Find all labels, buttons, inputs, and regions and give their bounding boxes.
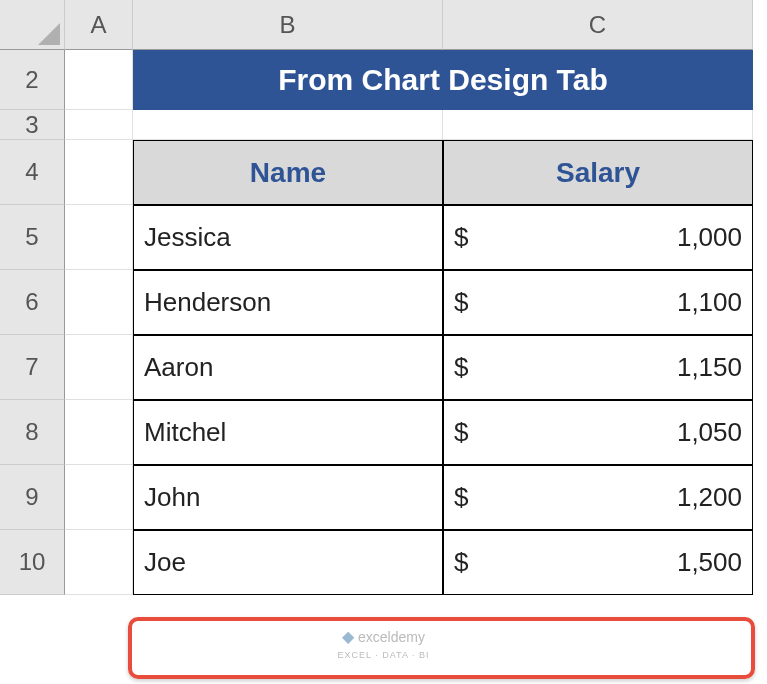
- cell-a5[interactable]: [65, 205, 133, 270]
- cell-a9[interactable]: [65, 465, 133, 530]
- cell-a4[interactable]: [65, 140, 133, 205]
- salary-value: 1,050: [677, 417, 742, 448]
- cell-a10[interactable]: [65, 530, 133, 595]
- salary-value: 1,200: [677, 482, 742, 513]
- col-header-a[interactable]: A: [65, 0, 133, 50]
- cell-a7[interactable]: [65, 335, 133, 400]
- table-header-name[interactable]: Name: [133, 140, 443, 205]
- currency-symbol: $: [454, 547, 468, 578]
- cell-salary-2[interactable]: $ 1,150: [443, 335, 753, 400]
- table-header-salary[interactable]: Salary: [443, 140, 753, 205]
- cell-salary-0[interactable]: $ 1,000: [443, 205, 753, 270]
- cell-salary-3[interactable]: $ 1,050: [443, 400, 753, 465]
- row-header-6[interactable]: 6: [0, 270, 65, 335]
- currency-symbol: $: [454, 222, 468, 253]
- row-header-5[interactable]: 5: [0, 205, 65, 270]
- cell-a2[interactable]: [65, 50, 133, 110]
- currency-symbol: $: [454, 287, 468, 318]
- cell-name-5[interactable]: Joe: [133, 530, 443, 595]
- row-header-9[interactable]: 9: [0, 465, 65, 530]
- salary-value: 1,500: [677, 547, 742, 578]
- cell-name-3[interactable]: Mitchel: [133, 400, 443, 465]
- cell-salary-4[interactable]: $ 1,200: [443, 465, 753, 530]
- cell-name-1[interactable]: Henderson: [133, 270, 443, 335]
- cell-name-2[interactable]: Aaron: [133, 335, 443, 400]
- col-header-c[interactable]: C: [443, 0, 753, 50]
- salary-value: 1,100: [677, 287, 742, 318]
- cell-name-4[interactable]: John: [133, 465, 443, 530]
- currency-symbol: $: [454, 482, 468, 513]
- cell-a8[interactable]: [65, 400, 133, 465]
- spreadsheet-grid: A B C 2 From Chart Design Tab 3 4 Name S…: [0, 0, 767, 595]
- watermark: ◆ exceldemy EXCEL · DATA · BI: [338, 628, 430, 661]
- col-header-b[interactable]: B: [133, 0, 443, 50]
- currency-symbol: $: [454, 417, 468, 448]
- salary-value: 1,000: [677, 222, 742, 253]
- row-header-7[interactable]: 7: [0, 335, 65, 400]
- select-all-corner[interactable]: [0, 0, 65, 50]
- watermark-icon: ◆: [342, 628, 354, 645]
- row-header-10[interactable]: 10: [0, 530, 65, 595]
- cell-salary-5[interactable]: $ 1,500: [443, 530, 753, 595]
- cell-salary-1[interactable]: $ 1,100: [443, 270, 753, 335]
- cell-c3[interactable]: [443, 110, 753, 140]
- watermark-tag: EXCEL · DATA · BI: [338, 650, 430, 660]
- row-header-8[interactable]: 8: [0, 400, 65, 465]
- cell-a6[interactable]: [65, 270, 133, 335]
- salary-value: 1,150: [677, 352, 742, 383]
- watermark-brand: exceldemy: [358, 629, 425, 645]
- highlight-annotation: [128, 617, 755, 679]
- row-header-3[interactable]: 3: [0, 110, 65, 140]
- cell-name-0[interactable]: Jessica: [133, 205, 443, 270]
- row-header-2[interactable]: 2: [0, 50, 65, 110]
- row-header-4[interactable]: 4: [0, 140, 65, 205]
- title-banner[interactable]: From Chart Design Tab: [133, 50, 753, 110]
- currency-symbol: $: [454, 352, 468, 383]
- cell-b3[interactable]: [133, 110, 443, 140]
- cell-a3[interactable]: [65, 110, 133, 140]
